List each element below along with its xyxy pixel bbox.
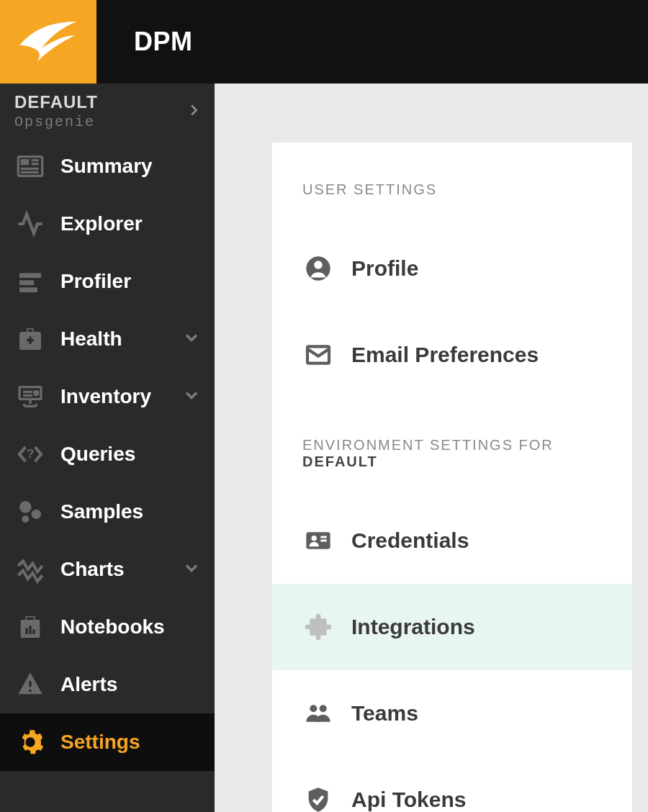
- environment-selector[interactable]: DEFAULT Opsgenie: [0, 84, 215, 137]
- profile-icon: [301, 251, 336, 286]
- teams-icon: [301, 696, 336, 731]
- sidebar-item-label: Alerts: [60, 673, 202, 696]
- svg-rect-25: [32, 629, 35, 634]
- sidebar-item-notebooks[interactable]: Notebooks: [0, 598, 215, 656]
- env-settings-heading: ENVIRONMENT SETTINGS FOR DEFAULT: [272, 398, 632, 477]
- svg-point-13: [35, 392, 38, 395]
- settings-item-api-tokens[interactable]: Api Tokens: [272, 757, 632, 812]
- charts-icon: [13, 552, 48, 587]
- svg-point-36: [320, 705, 327, 712]
- svg-rect-9: [28, 330, 33, 332]
- settings-item-credentials[interactable]: Credentials: [272, 497, 632, 584]
- sidebar-item-settings[interactable]: Settings: [0, 713, 215, 771]
- sidebar-item-label: Profiler: [60, 270, 202, 293]
- sidebar-item-label: Health: [60, 328, 181, 351]
- shield-check-icon: [301, 782, 336, 812]
- sidebar-item-label: Notebooks: [60, 615, 202, 639]
- svg-point-21: [22, 515, 29, 523]
- settings-item-label: Credentials: [351, 528, 469, 553]
- summary-icon: [13, 149, 48, 184]
- sidebar-item-summary[interactable]: Summary: [0, 137, 215, 195]
- chevron-down-icon: [181, 328, 202, 351]
- bubbles-icon: [13, 495, 48, 529]
- env-settings-env-name: DEFAULT: [302, 454, 378, 469]
- user-settings-list: Profile Email Preferences: [272, 225, 632, 398]
- sidebar-item-charts[interactable]: Charts: [0, 541, 215, 598]
- queries-icon: ?: [13, 437, 48, 472]
- app-title: DPM: [96, 0, 193, 84]
- svg-point-32: [312, 536, 317, 541]
- logo[interactable]: [0, 0, 96, 84]
- main-content: USER SETTINGS Profile Email Preferences …: [215, 84, 648, 812]
- sidebar-item-health[interactable]: Health: [0, 310, 215, 368]
- id-card-icon: [301, 523, 336, 558]
- svg-rect-26: [29, 681, 31, 687]
- environment-subtitle: Opsgenie: [14, 114, 200, 130]
- settings-item-email-preferences[interactable]: Email Preferences: [272, 312, 632, 398]
- sidebar-item-label: Queries: [60, 443, 202, 466]
- puzzle-icon: [301, 610, 336, 644]
- settings-item-teams[interactable]: Teams: [272, 670, 632, 757]
- sidebar-item-queries[interactable]: ? Queries: [0, 425, 215, 483]
- svg-rect-1: [21, 159, 30, 165]
- gear-icon: [13, 725, 48, 759]
- activity-icon: [13, 207, 48, 241]
- svg-point-35: [310, 705, 317, 712]
- user-settings-heading: USER SETTINGS: [272, 143, 632, 205]
- svg-rect-22: [27, 618, 34, 620]
- sidebar-item-samples[interactable]: Samples: [0, 483, 215, 541]
- settings-item-profile[interactable]: Profile: [272, 225, 632, 312]
- environment-name: DEFAULT: [14, 92, 200, 112]
- health-icon: [13, 322, 48, 356]
- svg-rect-24: [29, 626, 31, 634]
- settings-item-label: Teams: [351, 701, 418, 726]
- svg-point-29: [314, 261, 323, 269]
- settings-panel: USER SETTINGS Profile Email Preferences …: [272, 143, 632, 812]
- profiler-icon: [13, 264, 48, 299]
- svg-rect-23: [25, 628, 27, 634]
- sidebar-item-alerts[interactable]: Alerts: [0, 656, 215, 713]
- topbar: DPM: [0, 0, 648, 84]
- svg-rect-8: [19, 287, 37, 292]
- env-settings-prefix: ENVIRONMENT SETTINGS FOR: [302, 437, 554, 453]
- mail-icon: [301, 338, 336, 372]
- svg-point-20: [32, 510, 41, 519]
- chevron-down-icon: [181, 558, 202, 581]
- svg-rect-7: [19, 280, 34, 285]
- svg-text:?: ?: [27, 447, 34, 461]
- svg-rect-6: [19, 273, 41, 278]
- settings-item-label: Integrations: [351, 615, 475, 639]
- chevron-right-icon: [186, 102, 202, 121]
- sidebar-item-label: Charts: [60, 558, 181, 581]
- solarwinds-logo-icon: [17, 17, 80, 67]
- sidebar-item-label: Summary: [60, 155, 202, 178]
- sidebar-nav: Summary Explorer Profiler Health: [0, 137, 215, 771]
- server-icon: [13, 379, 48, 414]
- settings-item-label: Email Preferences: [351, 343, 539, 367]
- svg-rect-27: [29, 690, 31, 692]
- sidebar-item-label: Explorer: [60, 212, 202, 235]
- sidebar-item-label: Samples: [60, 500, 202, 523]
- sidebar: DEFAULT Opsgenie Summary Explorer: [0, 84, 215, 812]
- settings-item-integrations[interactable]: Integrations: [272, 584, 632, 670]
- settings-item-label: Api Tokens: [351, 788, 466, 812]
- chevron-down-icon: [181, 385, 202, 408]
- clipboard-chart-icon: [13, 610, 48, 644]
- env-settings-list: Credentials Integrations Teams: [272, 497, 632, 812]
- alert-icon: [13, 667, 48, 702]
- sidebar-item-inventory[interactable]: Inventory: [0, 368, 215, 425]
- settings-item-label: Profile: [351, 256, 418, 281]
- sidebar-item-label: Inventory: [60, 385, 181, 408]
- sidebar-item-label: Settings: [60, 731, 202, 754]
- sidebar-item-explorer[interactable]: Explorer: [0, 195, 215, 253]
- svg-point-19: [19, 501, 32, 513]
- sidebar-item-profiler[interactable]: Profiler: [0, 253, 215, 310]
